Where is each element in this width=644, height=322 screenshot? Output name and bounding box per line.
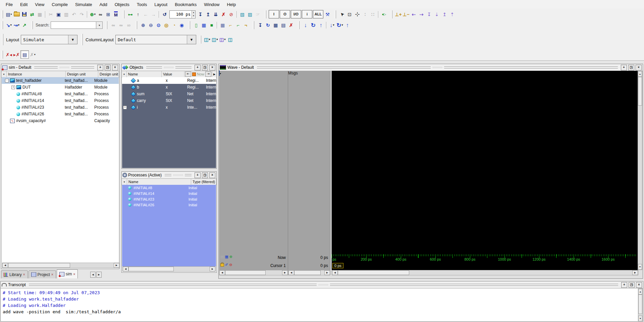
column-layout-dropdown-icon[interactable]: ▼ (187, 35, 196, 44)
edit-mode-button[interactable]: ∶ (361, 10, 369, 18)
scroll-left-icon[interactable]: ◀ (219, 270, 225, 275)
run-button[interactable]: ↧ (197, 10, 204, 18)
menu-item[interactable]: Compile (48, 1, 71, 8)
wave-names-header[interactable]: ▾ (219, 71, 288, 81)
kill-left-button[interactable]: ✗◂ (5, 51, 13, 58)
instance-row[interactable]: #INITIAL#8 test_halfad... Process (2, 91, 119, 97)
panel-grip[interactable] (29, 284, 618, 286)
close-panel-button[interactable]: × (112, 65, 118, 70)
bottom-tab[interactable]: Project × (29, 270, 56, 278)
wave-names-column[interactable] (219, 81, 288, 254)
hand-pause-button[interactable]: ☞ (254, 10, 262, 18)
kill-right-button[interactable]: ▸✗ (13, 51, 20, 58)
column-header-type[interactable]: Type (filtered) (191, 179, 216, 185)
close-panel-button[interactable]: × (209, 65, 215, 70)
virtual-builder-button[interactable]: ▦ (272, 21, 279, 29)
configure-window-2-button[interactable]: ◫ (211, 36, 219, 44)
wave-horizontal-scrollbar[interactable]: ◀ ▶ (332, 270, 638, 275)
bottom-tab[interactable]: sim × (57, 269, 78, 278)
previous-falling-edge-button[interactable]: ↧ (425, 10, 433, 18)
zoom-range-button[interactable]: ◔ (170, 21, 178, 29)
menu-item[interactable]: Objects (111, 1, 133, 8)
zoom-panel-button[interactable]: + (621, 65, 627, 70)
filter-icon[interactable]: ▼ (122, 71, 127, 77)
zoom-panel-button[interactable]: + (195, 172, 201, 178)
processes-panel-titlebar[interactable]: Processes (Active) + ◳ × (122, 172, 216, 179)
menu-item[interactable]: Window (200, 1, 223, 8)
zoom-in-button[interactable]: ⊕ (139, 21, 147, 29)
clear-profile-button[interactable]: ✗ (29, 51, 37, 58)
step-out-button[interactable]: ↗ (20, 21, 28, 29)
collapse-all-time-button[interactable]: ↓ (328, 21, 336, 29)
zoom-panel-button[interactable]: + (97, 65, 103, 70)
undock-panel-button[interactable]: ◳ (202, 172, 208, 178)
grid-icon[interactable]: ▦ (225, 255, 228, 259)
delete-cursor-button[interactable]: ⊥− (402, 10, 410, 18)
restart-button[interactable]: ↺ (161, 10, 168, 18)
scroll-left-icon[interactable]: ◀ (332, 270, 338, 275)
processes-horizontal-scrollbar[interactable]: ◀ ▶ (122, 266, 216, 272)
justify-left-button[interactable]: ⌐ (234, 21, 242, 29)
wave-panel-titlebar[interactable]: Wave - Default + ◳ × (219, 64, 643, 71)
search-input[interactable] (51, 22, 96, 28)
filter-icon[interactable]: ▼ (122, 179, 127, 185)
expand-all-time-button[interactable]: ↻ (336, 21, 343, 29)
menu-item[interactable]: Edit (16, 1, 31, 8)
process-row[interactable]: #INITIAL#23 Initial (122, 196, 216, 202)
find-previous-button[interactable]: ∞ (117, 21, 125, 29)
column-header-name[interactable]: Name (127, 179, 191, 185)
search-combobox[interactable]: ▾ (51, 21, 103, 29)
new-file-button[interactable]: ▤ (5, 10, 13, 18)
scroll-right-icon[interactable]: ▶ (282, 270, 288, 275)
next-event-icon[interactable]: ⇥ (205, 71, 211, 77)
close-dataset-button[interactable]: ✗ (287, 21, 295, 29)
run-length-spinner[interactable]: ▲▼ (192, 11, 195, 18)
add-cursor-button[interactable]: ⊥+ (394, 10, 402, 18)
close-panel-button[interactable]: × (209, 172, 215, 178)
find-button[interactable]: ∞ (97, 10, 104, 18)
add-row-icon[interactable]: ⊕ (229, 255, 232, 259)
find-options-button[interactable]: ∞ (125, 21, 132, 29)
layout-dropdown-icon[interactable]: ▼ (68, 35, 77, 44)
configure-window-3-button[interactable]: ◫ (219, 36, 226, 44)
panel-grip[interactable] (34, 66, 94, 68)
save-format-button[interactable]: ↧ (256, 21, 264, 29)
menu-item[interactable]: File (2, 1, 16, 8)
zoom-full-button[interactable]: ⊙ (155, 21, 162, 29)
search-dropdown-icon[interactable]: ▾ (96, 22, 102, 29)
signal-row[interactable]: + i x Inte... Internal (122, 104, 216, 111)
cut-button[interactable]: ✂ (47, 10, 55, 18)
zoom-mode-button[interactable]: ⊡ (346, 10, 354, 18)
undock-panel-button[interactable]: ◳ (105, 65, 111, 70)
open-button[interactable] (13, 10, 20, 18)
transcript-vertical-scrollbar[interactable]: ▲ ▼ (638, 288, 643, 322)
tab-close-icon[interactable]: × (51, 273, 53, 276)
pan-mode-button[interactable]: ⊹ (354, 10, 361, 18)
instance-row[interactable]: #INITIAL#23 test_halfad... Process (2, 104, 119, 111)
sim-panel-titlebar[interactable]: sim - Default + ◳ × (1, 64, 119, 71)
next-transition-button[interactable]: ⇢ (418, 10, 425, 18)
macro-pause-button[interactable]: ▨ (246, 10, 254, 18)
menu-item[interactable]: Bookmarks (171, 1, 200, 8)
simulate-link-button[interactable]: ⊶ (126, 10, 134, 18)
scroll-left-icon[interactable]: ◀ (2, 263, 8, 268)
column-header-instance[interactable]: Instance (7, 71, 66, 77)
copy-button[interactable]: ▣ (55, 10, 62, 18)
tab-scroll-left-icon[interactable]: ◀ (90, 272, 96, 278)
bottom-tab[interactable]: Library × (1, 270, 28, 278)
previous-event-icon[interactable]: ⇤ (185, 71, 191, 77)
zoom-last-button[interactable]: ◉ (178, 21, 185, 29)
undo-button[interactable]: ↶ (70, 10, 78, 18)
timeline-ruler[interactable]: ps 200 ps400 ps600 ps800 ps1000 ps1200 p… (332, 254, 638, 262)
previous-rising-edge-button[interactable]: ↥ (441, 10, 448, 18)
collapse-hierarchy-button[interactable]: M (112, 10, 120, 18)
wrench-icon[interactable]: ✐ (225, 263, 228, 267)
step-over-button[interactable]: ↝ (13, 21, 20, 29)
wave-values-header[interactable]: Msgs (288, 71, 330, 81)
process-row[interactable]: #INITIAL#26 Initial (122, 202, 216, 208)
add-selected-button[interactable]: ⊕ (89, 10, 97, 18)
lock-icon[interactable] (220, 263, 224, 267)
scroll-up-icon[interactable]: ▲ (638, 289, 642, 294)
force-internal-button[interactable]: i (302, 10, 312, 18)
column-layout-combobox[interactable]: Default ▼ (115, 35, 196, 44)
